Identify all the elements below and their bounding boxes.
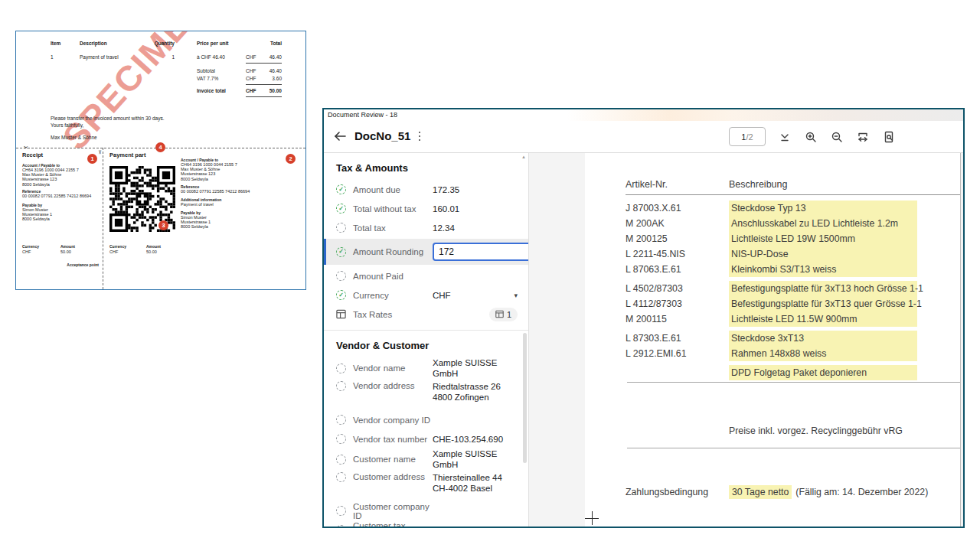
payment-terms-highlight[interactable]: 30 Tage netto: [729, 485, 792, 499]
scissors-icon: ✂: [24, 145, 28, 151]
app-header: DocNo_51 1/2: [324, 121, 963, 153]
tax-rates-count-badge[interactable]: 1: [489, 308, 518, 321]
field-label: Vendor name: [353, 364, 433, 373]
more-options-icon[interactable]: [414, 129, 425, 144]
empty-field-icon: [336, 271, 346, 281]
field-label: Vendor company ID: [353, 416, 433, 425]
field-label: Vendor tax number: [353, 435, 433, 444]
amount-rounding-input[interactable]: [433, 243, 529, 261]
preview-item-rows: J 87003.X.61Steckdose Typ 13M 200AKAnsch…: [626, 201, 960, 380]
document-line-item: M 200115Lichtleiste LED 11.5W 900mm: [626, 311, 960, 327]
zoom-in-icon[interactable]: [804, 130, 818, 144]
payment-payable-lines: Simon MusterMusterstrasse 18000 Seldwyla: [181, 215, 211, 230]
section-title: Vendor & Customer: [336, 340, 518, 351]
field-label: Amount due: [353, 185, 433, 194]
table-header-rule: [626, 194, 960, 195]
receipt-acceptance-label: Acceptance point: [22, 262, 99, 267]
beschreibung-highlight[interactable]: Lichtleiste LED 11.5W 900mm: [729, 311, 917, 327]
field-label: Total tax: [353, 223, 433, 233]
payment-account-lines: CH64 3196 1000 0044 2155 7Max Muster & S…: [181, 162, 237, 181]
field-row-amount-rounding[interactable]: ✓Amount Rounding: [324, 239, 528, 265]
crosshair-cursor: [585, 511, 599, 525]
table-grid-icon: [336, 309, 346, 319]
text-line: 8000 Seldwyla: [181, 177, 237, 181]
col-header-item: Item: [51, 41, 60, 46]
subtotal-label: Subtotal: [197, 68, 215, 73]
preview-col-header-beschreibung: Beschreibung: [729, 179, 787, 190]
beschreibung-highlight[interactable]: Kleinkombi S3/T13 weiss: [729, 262, 917, 277]
beschreibung-highlight[interactable]: Lichtleiste LED 19W 1500mm: [729, 231, 917, 246]
field-row-customer-name[interactable]: Customer nameXample SUISSE GmbH: [336, 448, 518, 470]
beschreibung-highlight[interactable]: Rahmen 148x88 weiss: [729, 346, 917, 361]
field-row-amount-due[interactable]: ✓Amount due172.35: [336, 180, 518, 199]
col-header-quantity: Quantity: [141, 41, 175, 46]
beschreibung-highlight[interactable]: Befestigungsplatte für 3xT13 quer Grösse…: [729, 296, 917, 311]
beschreibung-highlight[interactable]: NIS-UP-Dose: [729, 246, 917, 262]
field-row-total-without-tax[interactable]: ✓Total without tax160.01: [336, 199, 518, 218]
col-header-description: Description: [80, 41, 107, 46]
artikel-nr: L 2211-45.NIS: [626, 249, 729, 259]
artikel-nr: M 200AK: [626, 218, 729, 229]
field-row-vendor-company-id[interactable]: Vendor company ID: [336, 410, 518, 429]
field-row-amount-paid[interactable]: Amount Paid: [336, 266, 518, 285]
scroll-to-bottom-icon[interactable]: [778, 130, 792, 144]
invoice-total-label: Invoice total: [197, 88, 226, 93]
payment-note-line2: Yours faithfully,: [51, 122, 83, 128]
empty-field-icon: [336, 472, 346, 482]
beschreibung-highlight[interactable]: Steckdose 3xT13: [729, 331, 917, 346]
screenshot-canvas: SPECIMEN Item Description Quantity Price…: [0, 0, 980, 551]
field-label: Customer company ID: [353, 502, 433, 520]
field-row-customer-tax-number[interactable]: Customer tax number: [336, 520, 518, 527]
field-value: 160.01: [433, 204, 459, 214]
field-row-total-tax[interactable]: Total tax12.34: [336, 218, 518, 237]
document-line-item: L 87063.E.61Kleinkombi S3/T13 weiss: [626, 262, 960, 277]
section-divider: [324, 330, 528, 331]
document-line-item: L 4502/87303Befestigungsplatte für 3xT13…: [626, 281, 960, 296]
field-label: Vendor address: [353, 381, 433, 390]
payment-currency: CHF: [109, 249, 118, 254]
chevron-down-icon[interactable]: ▾: [514, 292, 518, 299]
document-line-item: J 87003.X.61Steckdose Typ 13: [626, 201, 960, 216]
payment-amount: 50.00: [146, 249, 157, 254]
beschreibung-highlight[interactable]: Steckdose Typ 13: [729, 201, 917, 216]
fit-to-width-icon[interactable]: [856, 130, 870, 144]
field-row-currency[interactable]: ✓CurrencyCHF▾: [336, 285, 518, 305]
panel-scrollbar-thumb[interactable]: [523, 333, 527, 463]
note-bottom-rule: [627, 448, 960, 448]
field-row-vendor-tax-number[interactable]: Vendor tax numberCHE-103.254.690: [336, 429, 518, 448]
scissors-icon: ✂: [96, 150, 103, 155]
page-indicator-input[interactable]: 1/2: [729, 127, 766, 146]
artikel-nr: M 200125: [626, 233, 729, 244]
empty-field-icon: [336, 506, 346, 516]
beschreibung-highlight[interactable]: Befestigungsplatte für 3xT13 hoch Grösse…: [729, 281, 917, 296]
field-row-vendor-address[interactable]: Vendor addressRiedtalstrasse 264800 Zofi…: [336, 379, 518, 410]
receipt-account-lines: CH64 3196 1000 0044 2155 7Max Muster & S…: [22, 168, 79, 187]
item-total: CHF46.40: [246, 54, 282, 60]
beschreibung-highlight[interactable]: DPD Folgetag Paket deponieren: [729, 365, 917, 380]
field-row-tax-rates[interactable]: Tax Rates1: [336, 305, 518, 324]
receipt-reference: 00 00082 07791 22585 74212 86694: [22, 194, 91, 198]
document-search-icon[interactable]: [882, 130, 896, 144]
field-value: Xample SUISSE GmbH: [433, 357, 518, 379]
item-number: 1: [51, 54, 54, 60]
document-line-item: L 2211-45.NISNIS-UP-Dose: [626, 246, 960, 262]
field-value: Riedtalstrasse 264800 Zofingen: [433, 381, 501, 403]
recycling-note: Preise inkl. vorgez. Recyclinggebühr vRG: [729, 425, 903, 436]
viewer-toolbar: 1/2: [729, 127, 896, 146]
zoom-out-icon[interactable]: [830, 130, 844, 144]
scrollbar-up-icon[interactable]: ▲: [521, 155, 526, 159]
field-value: Thiersteinallee 44CH-4002 Basel: [433, 472, 502, 494]
artikel-nr: L 4112/87303: [626, 298, 729, 309]
field-row-customer-address[interactable]: Customer addressThiersteinallee 44CH-400…: [336, 470, 518, 501]
subtotal-amount: CHF46.40: [246, 68, 282, 73]
empty-field-icon: [336, 525, 346, 527]
field-row-customer-company-id[interactable]: Customer company ID: [336, 501, 518, 520]
document-line-item: M 200125Lichtleiste LED 19W 1500mm: [626, 231, 960, 246]
field-value-line2: CH-4002 Basel: [433, 483, 502, 494]
payment-part-title: Payment part: [109, 152, 146, 158]
artikel-nr: L 87063.E.61: [626, 264, 729, 275]
text-line: 8000 Seldwyla: [22, 217, 52, 221]
back-arrow-icon[interactable]: [333, 130, 347, 145]
beschreibung-highlight[interactable]: Anschlusskabel zu LED Lichtleiste 1.2m: [729, 216, 917, 231]
field-row-vendor-name[interactable]: Vendor nameXample SUISSE GmbH: [336, 357, 518, 379]
